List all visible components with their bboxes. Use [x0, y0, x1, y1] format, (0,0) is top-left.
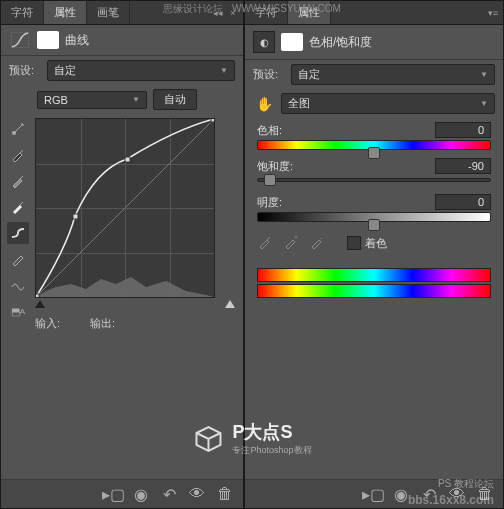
sat-value[interactable]: -90: [435, 158, 491, 174]
hue-label: 色相:: [257, 123, 282, 138]
svg-rect-3: [36, 294, 39, 297]
eyedropper-white-icon[interactable]: [7, 196, 29, 218]
preset-label-r: 预设:: [253, 67, 285, 82]
chevron-down-icon: ▼: [220, 66, 228, 75]
svg-rect-4: [73, 214, 78, 219]
curve-graph[interactable]: [35, 118, 215, 298]
sat-slider[interactable]: [257, 178, 491, 182]
light-value[interactable]: 0: [435, 194, 491, 210]
channel-value: RGB: [44, 94, 68, 106]
pencil-tool-icon[interactable]: [7, 248, 29, 270]
curves-title: 曲线: [65, 32, 89, 49]
light-slider[interactable]: [257, 212, 491, 222]
black-point-slider[interactable]: [35, 300, 45, 308]
eyedropper-icon[interactable]: [257, 234, 275, 252]
eyedropper-minus-icon[interactable]: -: [309, 234, 327, 252]
watermark-bb: bbs.16xx8.com: [408, 493, 494, 507]
preset-value: 自定: [54, 63, 76, 78]
eyedropper-plus-icon[interactable]: +: [283, 234, 301, 252]
watermark-logo: P大点S 专注Photoshop教程: [192, 420, 311, 457]
curves-tools: ⬒A: [5, 114, 31, 335]
clip-layer-icon-r[interactable]: ▸▢: [363, 484, 383, 504]
chevron-down-icon: ▼: [480, 99, 488, 108]
hue-range-bottom[interactable]: [257, 284, 491, 298]
watermark-br: PS 教程论坛: [438, 477, 494, 491]
trash-icon[interactable]: 🗑: [215, 484, 235, 504]
channel-select[interactable]: RGB ▼: [37, 91, 147, 109]
tab-properties[interactable]: 属性: [44, 1, 87, 24]
range-select[interactable]: 全图 ▼: [281, 93, 495, 114]
output-label: 输出:: [90, 316, 115, 331]
logo-sub: 专注Photoshop教程: [232, 444, 311, 457]
hsl-icon: ◐: [253, 31, 275, 53]
watermark-top-cn: 思缘设计论坛: [163, 3, 223, 14]
reset-icon[interactable]: ↶: [159, 484, 179, 504]
smooth-icon[interactable]: [7, 274, 29, 296]
hue-thumb[interactable]: [368, 147, 380, 159]
logo-title: P大点S: [232, 420, 311, 444]
svg-point-1: [12, 131, 16, 135]
mask-icon-r[interactable]: [281, 33, 303, 51]
chevron-down-icon: ▼: [132, 95, 140, 104]
preset-select-r[interactable]: 自定 ▼: [291, 64, 495, 85]
clip-layer-icon[interactable]: ▸▢: [103, 484, 123, 504]
clip-icon[interactable]: ⬒A: [7, 300, 29, 322]
svg-text:+: +: [294, 234, 298, 241]
menu-icon[interactable]: ▾≡: [487, 7, 499, 19]
colorize-label: 着色: [365, 236, 387, 251]
tab-brush[interactable]: 画笔: [87, 1, 130, 24]
visibility-icon[interactable]: 👁: [187, 484, 207, 504]
curves-icon: [9, 31, 31, 49]
tab-character[interactable]: 字符: [1, 1, 44, 24]
preset-select[interactable]: 自定 ▼: [47, 60, 235, 81]
watermark-top-url: WWW.MISSYUAN.COM: [232, 3, 341, 14]
eyedropper-black-icon[interactable]: [7, 144, 29, 166]
hue-slider[interactable]: [257, 140, 491, 150]
svg-line-2: [36, 119, 214, 297]
eyedropper-gray-icon[interactable]: [7, 170, 29, 192]
svg-rect-5: [125, 157, 130, 162]
sat-thumb[interactable]: [264, 174, 276, 186]
target-adjust-hand-icon[interactable]: ✋: [253, 95, 275, 113]
light-label: 明度:: [257, 195, 282, 210]
white-point-slider[interactable]: [225, 300, 235, 308]
mask-icon[interactable]: [37, 31, 59, 49]
sat-label: 饱和度:: [257, 159, 293, 174]
preset-value-r: 自定: [298, 67, 320, 82]
curve-point-tool-icon[interactable]: [7, 222, 29, 244]
range-value: 全图: [288, 96, 310, 111]
hsl-title: 色相/饱和度: [309, 34, 372, 51]
hue-value[interactable]: 0: [435, 122, 491, 138]
view-previous-icon[interactable]: ◉: [131, 484, 151, 504]
auto-button[interactable]: 自动: [153, 89, 197, 110]
light-thumb[interactable]: [368, 219, 380, 231]
svg-rect-6: [211, 119, 214, 122]
target-adjust-icon[interactable]: [7, 118, 29, 140]
svg-text:-: -: [320, 234, 323, 241]
colorize-checkbox[interactable]: [347, 236, 361, 250]
logo-icon: [192, 423, 224, 455]
hue-range-top[interactable]: [257, 268, 491, 282]
input-label: 输入:: [35, 316, 60, 331]
preset-label: 预设:: [9, 63, 41, 78]
chevron-down-icon: ▼: [480, 70, 488, 79]
